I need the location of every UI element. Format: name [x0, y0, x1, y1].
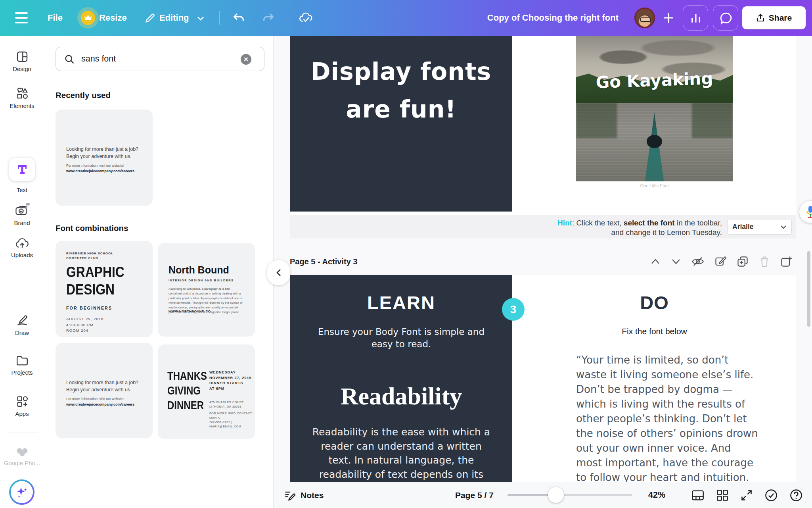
display-fonts-line2: are fun! — [290, 95, 512, 123]
delete-page-icon — [759, 256, 770, 267]
sidebar-item-uploads[interactable]: Uploads — [0, 237, 44, 258]
share-upload-icon — [756, 13, 765, 23]
thumbnail-view-icon[interactable] — [691, 490, 704, 501]
apps-grid-icon — [15, 394, 29, 408]
left-rail: Design Elements Text Brand — [0, 36, 44, 508]
help-icon[interactable] — [790, 489, 802, 502]
resize-button[interactable]: Resize — [99, 0, 127, 36]
recently-used-heading: Recently used — [56, 90, 111, 100]
projects-folder-icon — [15, 354, 29, 367]
move-page-down-icon[interactable] — [671, 258, 681, 265]
share-label: Share — [769, 13, 792, 23]
page5-title[interactable]: Page 5 - Activity 3 — [290, 257, 357, 266]
page-4[interactable]: Display fonts are fun! Go Kayaking One L… — [290, 36, 796, 239]
comments-button[interactable] — [713, 5, 738, 31]
sidebar-item-elements[interactable]: Elements — [0, 87, 44, 109]
font-select-dropdown[interactable]: Arialle — [727, 219, 792, 235]
sidebar-item-text-label[interactable]: Text — [0, 184, 44, 193]
draw-pencil-icon — [15, 314, 29, 327]
elements-icon — [15, 87, 29, 100]
font-combo-north-bound-card[interactable]: North Bound INTERIOR DESIGN AND BUILDERS… — [158, 243, 255, 337]
notes-label: Notes — [301, 491, 324, 500]
sidebar-item-text-active[interactable] — [9, 158, 35, 181]
kayak-cockpit — [647, 135, 663, 148]
learn-title[interactable]: LEARN — [290, 292, 512, 314]
sparkle-icon — [15, 485, 29, 499]
search-icon — [64, 54, 75, 65]
grid-view-icon[interactable] — [716, 489, 728, 501]
avatar[interactable] — [634, 8, 655, 28]
brand-icon — [13, 200, 31, 217]
font-combo-job-card[interactable]: Looking for more than just a job? Begin … — [56, 343, 153, 438]
bar-chart-icon — [689, 12, 702, 25]
edit-notes-icon[interactable] — [714, 256, 726, 267]
voice-mic-button[interactable] — [799, 201, 812, 223]
hint-label: Hint — [557, 219, 572, 227]
sidebar-item-apps[interactable]: Apps — [0, 394, 44, 417]
display-fonts-slide[interactable]: Display fonts are fun! — [290, 36, 512, 212]
zoom-slider-thumb[interactable] — [548, 487, 564, 503]
page5-header-row: Page 5 - Activity 3 — [290, 256, 796, 271]
kayak-font-caption: One Little Font — [576, 183, 733, 188]
bottom-bar: Notes Page 5 / 7 42% — [274, 482, 812, 508]
search-input[interactable] — [80, 54, 225, 64]
sidebar-item-projects[interactable]: Projects — [0, 354, 44, 376]
add-member-icon[interactable] — [661, 10, 676, 26]
magic-ai-button[interactable] — [9, 479, 34, 505]
hint-bar: Hint: Click the text, select the font in… — [290, 215, 796, 239]
file-menu[interactable]: File — [48, 0, 63, 36]
editing-mode-dropdown[interactable]: Editing — [159, 0, 189, 36]
hint-text: Hint: Click the text, select the font in… — [476, 218, 722, 237]
zoom-slider-track[interactable] — [508, 494, 632, 496]
pencil-icon — [144, 13, 155, 24]
share-button[interactable]: Share — [742, 6, 806, 29]
pro-crown-icon — [81, 11, 95, 25]
hide-page-icon[interactable] — [691, 256, 704, 267]
readability-title[interactable]: Readability — [290, 382, 512, 410]
notes-button[interactable]: Notes — [284, 482, 324, 508]
menu-icon[interactable] — [15, 12, 28, 23]
search-box[interactable] — [56, 47, 264, 71]
vertical-scrollbar[interactable] — [807, 251, 810, 327]
learn-slide[interactable]: LEARN Ensure your Body Font is simple an… — [290, 275, 512, 508]
page-indicator[interactable]: Page 5 / 7 — [455, 482, 494, 508]
learn-subtitle[interactable]: Ensure your Body Font is simple and easy… — [290, 326, 512, 350]
duplicate-page-icon[interactable] — [737, 256, 749, 267]
text-icon — [16, 164, 28, 175]
collapse-panel-button[interactable] — [267, 260, 290, 285]
zoom-level[interactable]: 42% — [648, 482, 665, 508]
display-fonts-line1: Display fonts — [290, 58, 512, 85]
microphone-icon — [805, 205, 812, 219]
design-icon — [16, 50, 29, 63]
fullscreen-icon[interactable] — [741, 489, 753, 501]
google-photos-icon — [16, 444, 29, 457]
readability-body[interactable]: Readability is the ease with which a rea… — [312, 425, 490, 481]
chevron-down-icon — [780, 225, 787, 229]
font-combo-graphic-design-card[interactable]: RIVERSIDE HIGH SCHOOL COMPUTER CLUB GRAP… — [56, 241, 153, 337]
undo-icon[interactable] — [232, 11, 245, 25]
quote-text[interactable]: “Your time is limited, so don’t waste it… — [576, 353, 759, 485]
uploads-cloud-icon — [15, 237, 29, 249]
recently-used-job-card[interactable]: Looking for more than just a job? Begin … — [56, 110, 153, 206]
page-5-activity-3[interactable]: LEARN Ensure your Body Font is simple an… — [290, 275, 796, 508]
check-circle-icon[interactable] — [765, 489, 778, 502]
insights-button[interactable] — [683, 5, 708, 31]
font-combo-thanksgiving-card[interactable]: THANKS GIVING DINNER WEDNESDAY NOVEMBER … — [158, 344, 255, 439]
activity-number-badge: 3 — [502, 298, 525, 321]
chevron-down-icon[interactable] — [197, 15, 205, 21]
clear-search-icon[interactable] — [241, 54, 251, 65]
sidebar-item-google-photos[interactable]: Google Pho... — [0, 444, 44, 466]
redo-icon[interactable] — [262, 11, 275, 25]
sidebar-item-brand[interactable]: Brand — [0, 200, 44, 226]
design-title[interactable]: Copy of Choosing the right font — [416, 0, 619, 36]
font-select-value: Arialle — [732, 223, 754, 231]
sidebar-item-draw[interactable]: Draw — [0, 314, 44, 336]
do-title[interactable]: DO — [512, 292, 796, 314]
sidebar-item-design[interactable]: Design — [0, 50, 44, 72]
chevron-left-icon — [276, 268, 282, 277]
notes-icon — [284, 490, 296, 501]
add-page-icon[interactable] — [780, 256, 792, 267]
kayak-image[interactable]: Go Kayaking — [576, 36, 733, 181]
move-page-up-icon[interactable] — [650, 258, 661, 265]
do-subtitle[interactable]: Fix the font below — [512, 327, 796, 336]
